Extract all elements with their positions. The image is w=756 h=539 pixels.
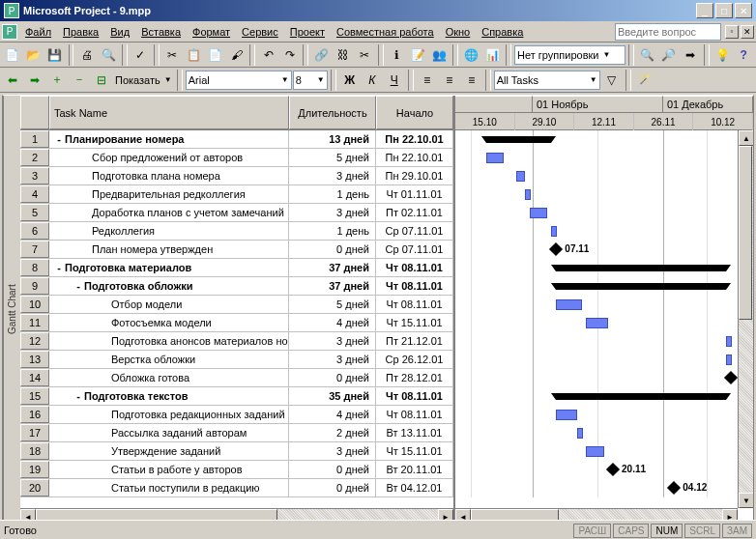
cell-duration[interactable]: 0 дней: [289, 479, 376, 496]
milestone-icon[interactable]: [724, 371, 738, 384]
gantt-timescale[interactable]: 01 Ноябрь 01 Декабрь 15.1029.1012.1126.1…: [455, 96, 753, 130]
cell-task-name[interactable]: Статьи в работе у авторов: [49, 461, 289, 478]
task-bar[interactable]: [586, 446, 603, 457]
milestone-icon[interactable]: [549, 242, 563, 256]
indent-button[interactable]: ➡: [24, 70, 45, 91]
gantt-wizard-button[interactable]: 🪄: [634, 70, 655, 91]
info-button[interactable]: ℹ: [387, 44, 407, 66]
cell-start[interactable]: Ср 07.11.01: [376, 241, 453, 258]
cell-duration[interactable]: 37 дней: [289, 259, 376, 276]
cell-duration[interactable]: 1 день: [289, 185, 376, 203]
cut-button[interactable]: ✂: [162, 44, 183, 66]
show-dropdown[interactable]: Показать▼: [113, 71, 174, 90]
publish-button[interactable]: 🌐: [461, 44, 481, 66]
column-header-name[interactable]: Task Name: [49, 96, 289, 129]
cell-duration[interactable]: 3 дней: [289, 351, 376, 368]
minimize-button[interactable]: _: [696, 3, 713, 18]
split-button[interactable]: ✂: [355, 44, 375, 66]
row-id[interactable]: 11: [20, 314, 49, 331]
task-bar[interactable]: [516, 171, 525, 182]
save-button[interactable]: 💾: [44, 44, 65, 66]
zoom-in-button[interactable]: 🔍: [637, 44, 657, 66]
milestone-icon[interactable]: [606, 463, 620, 476]
table-row[interactable]: 2Сбор предложений от авторов5 днейПн 22.…: [20, 149, 453, 167]
cell-start[interactable]: Ср 26.12.01: [376, 351, 453, 368]
cell-start[interactable]: Пн 22.10.01: [376, 130, 453, 148]
row-id[interactable]: 1: [20, 130, 49, 148]
gantt-row[interactable]: 20.11: [455, 461, 753, 479]
underline-button[interactable]: Ч: [384, 70, 405, 91]
cell-duration[interactable]: 3 дней: [289, 167, 376, 184]
table-row[interactable]: 15- Подготовка текстов35 днейЧт 08.11.01: [20, 387, 453, 406]
table-row[interactable]: 17Рассылка заданий авторам2 днейВт 13.11…: [20, 424, 453, 442]
summary-bar[interactable]: [486, 136, 552, 143]
row-id[interactable]: 8: [20, 259, 49, 276]
show-subtasks-button[interactable]: ＋: [46, 70, 68, 91]
grouping-dropdown[interactable]: Нет группировки▼: [514, 45, 625, 65]
cell-start[interactable]: Чт 08.11.01: [376, 277, 453, 295]
cell-task-name[interactable]: Утверждение заданий: [49, 442, 289, 460]
gantt-row[interactable]: [455, 332, 753, 351]
spellcheck-button[interactable]: ✓: [131, 44, 151, 66]
cell-start[interactable]: Чт 08.11.01: [376, 387, 453, 405]
row-id[interactable]: 20: [20, 479, 49, 496]
redo-button[interactable]: ↷: [279, 44, 300, 66]
cell-start[interactable]: Вт 20.11.01: [376, 461, 453, 478]
task-bar[interactable]: [486, 153, 504, 163]
row-id[interactable]: 14: [20, 369, 49, 386]
cell-task-name[interactable]: - Подготовка обложки: [49, 277, 289, 295]
cell-task-name[interactable]: Предварительная редколлегия: [49, 185, 289, 203]
cell-start[interactable]: Пт 28.12.01: [376, 369, 453, 386]
task-bar[interactable]: [530, 208, 547, 218]
table-row[interactable]: 19Статьи в работе у авторов0 днейВт 20.1…: [20, 461, 453, 479]
menu-tools[interactable]: Сервис: [236, 24, 284, 40]
gantt-row[interactable]: [455, 387, 753, 406]
table-row[interactable]: 11Фотосъемка модели4 днейЧт 15.11.01: [20, 314, 453, 332]
row-id[interactable]: 10: [20, 296, 49, 313]
gantt-row[interactable]: [455, 369, 753, 387]
bold-button[interactable]: Ж: [339, 70, 361, 91]
zoom-out-button[interactable]: 🔎: [658, 44, 679, 66]
table-row[interactable]: 9- Подготовка обложки37 днейЧт 08.11.01: [20, 277, 453, 296]
cell-task-name[interactable]: Подготовка плана номера: [49, 167, 289, 184]
row-id[interactable]: 6: [20, 222, 49, 240]
menu-format[interactable]: Формат: [187, 24, 236, 40]
task-bar[interactable]: [551, 226, 557, 237]
cell-start[interactable]: Вт 13.11.01: [376, 424, 453, 441]
cell-duration[interactable]: 13 дней: [289, 130, 376, 148]
cell-task-name[interactable]: Сбор предложений от авторов: [49, 149, 289, 166]
help-question-input[interactable]: [615, 23, 721, 41]
cell-task-name[interactable]: - Подготовка текстов: [49, 387, 289, 405]
summary-bar[interactable]: [556, 283, 726, 290]
cell-duration[interactable]: 4 дней: [289, 406, 376, 423]
cell-duration[interactable]: 3 дней: [289, 442, 376, 460]
menu-view[interactable]: Вид: [104, 24, 135, 40]
cell-duration[interactable]: 1 день: [289, 222, 376, 240]
cell-task-name[interactable]: Верстка обложки: [49, 351, 289, 368]
table-row[interactable]: 8- Подготовка материалов37 днейЧт 08.11.…: [20, 259, 453, 277]
task-bar[interactable]: [577, 428, 583, 439]
cell-duration[interactable]: 0 дней: [289, 369, 376, 386]
gantt-row[interactable]: 04.12: [455, 479, 753, 497]
table-row[interactable]: 3Подготовка плана номера3 днейПн 29.10.0…: [20, 167, 453, 185]
task-bar[interactable]: [586, 318, 608, 328]
goto-task-button[interactable]: ➡: [681, 44, 701, 66]
gantt-row[interactable]: [455, 149, 753, 167]
cell-start[interactable]: Чт 01.11.01: [376, 185, 453, 203]
cell-task-name[interactable]: Доработка планов с учетом замечаний: [49, 204, 289, 221]
cell-duration[interactable]: 37 дней: [289, 277, 376, 295]
outdent-button[interactable]: ⬅: [2, 70, 23, 91]
help-button[interactable]: ?: [734, 44, 754, 66]
cell-task-name[interactable]: Статьи поступили в редакцию: [49, 479, 289, 496]
cell-start[interactable]: Вт 04.12.01: [376, 479, 453, 496]
cell-task-name[interactable]: - Планирование номера: [49, 130, 289, 148]
cell-duration[interactable]: 3 дней: [289, 204, 376, 221]
row-id[interactable]: 3: [20, 167, 49, 184]
align-left-button[interactable]: ≡: [417, 70, 438, 91]
grid-body[interactable]: 1- Планирование номера13 днейПн 22.10.01…: [20, 130, 453, 508]
filter-dropdown[interactable]: All Tasks▼: [494, 71, 600, 90]
cell-start[interactable]: Чт 15.11.01: [376, 314, 453, 331]
cell-task-name[interactable]: Редколлегия: [49, 222, 289, 240]
align-right-button[interactable]: ≡: [461, 70, 482, 91]
copy-button[interactable]: 📋: [184, 44, 204, 66]
